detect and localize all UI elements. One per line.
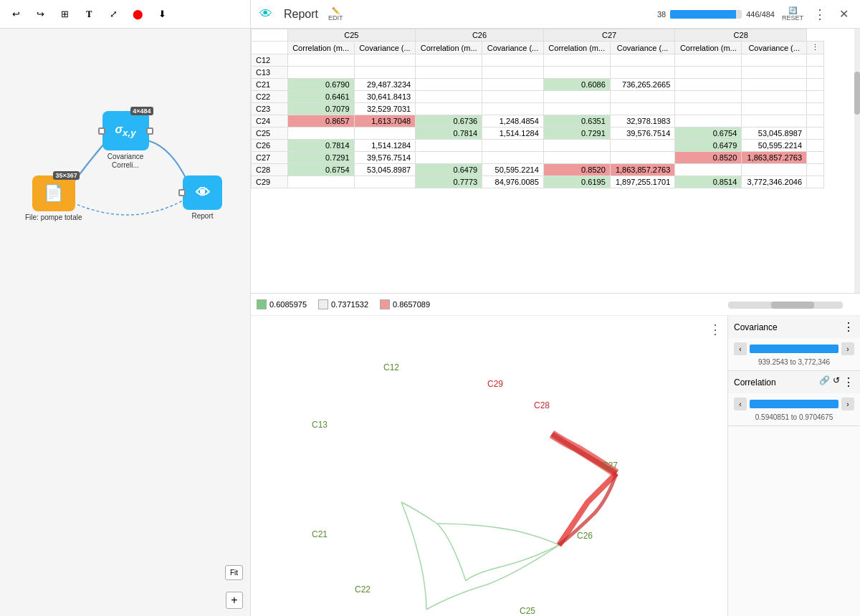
redo-button[interactable]: ↪ — [30, 4, 50, 24]
table-row: C270.729139,576.75140.85201,863,857.2763 — [252, 152, 824, 164]
correlation-link-icon[interactable]: 🔗 — [819, 375, 830, 389]
covariance-slider-left[interactable]: ‹ — [734, 342, 747, 355]
edit-label: EDIT — [328, 14, 343, 21]
cell-c29-6: 0.8514 — [675, 176, 742, 188]
report-node[interactable]: 👁 Report — [183, 175, 222, 221]
edit-pencil-icon: ✏️ — [332, 7, 340, 14]
scrollbar-thumb[interactable] — [854, 72, 860, 115]
cell-c29-0 — [287, 176, 354, 188]
correlation-more-button[interactable]: ⋮ — [843, 375, 854, 389]
file-node[interactable]: 📄 35×367 File: pompe totale — [25, 175, 82, 222]
undo-button[interactable]: ↩ — [6, 4, 26, 24]
correlation-slider[interactable]: ‹ › — [734, 398, 854, 410]
cell-c12-6 — [675, 54, 742, 67]
correlation-slider-left[interactable]: ‹ — [734, 398, 747, 410]
row-label-c28: C28 — [252, 164, 288, 176]
text-button[interactable]: 𝐓 — [79, 4, 99, 24]
cell-c23-3 — [482, 103, 544, 115]
graph-canvas: ⋮ C12 C13 C21 — [251, 316, 727, 616]
row-label-c12: C12 — [252, 54, 288, 67]
correlation-panel-body: ‹ › 0.5940851 to 0.9704675 — [728, 393, 860, 425]
cell-c26-5 — [610, 140, 675, 152]
cell-c28-5: 1,863,857.2763 — [610, 164, 675, 176]
report-port-left — [178, 189, 186, 196]
reset-button[interactable]: 🔄 RESET — [782, 6, 803, 21]
close-button[interactable]: ✕ — [836, 7, 851, 21]
cell-c23-7 — [742, 103, 807, 115]
row-label-c25: C25 — [252, 127, 288, 140]
edit-button[interactable]: ✏️ EDIT — [328, 7, 343, 21]
cell-c24-7 — [742, 115, 807, 127]
extra-cell — [807, 91, 824, 103]
cell-c24-1: 1,613.7048 — [354, 115, 416, 127]
row-label-c22: C22 — [252, 91, 288, 103]
col-header-c28: C28 — [675, 29, 807, 42]
row-label-c29: C29 — [252, 176, 288, 188]
cell-c12-4 — [543, 54, 610, 67]
cell-c12-3 — [482, 54, 544, 67]
covariance-panel-body: ‹ › 939.2543 to 3,772,346 — [728, 338, 860, 370]
correlation-slider-track[interactable] — [750, 400, 838, 408]
cell-c21-7 — [742, 79, 807, 91]
correlation-header-actions: 🔗 ↺ ⋮ — [819, 375, 854, 389]
progress-num: 38 — [657, 10, 666, 19]
progress-fill — [670, 10, 736, 19]
cell-c27-1: 39,576.7514 — [354, 152, 416, 164]
cell-c26-1: 1,514.1284 — [354, 140, 416, 152]
table-row: C290.777384,976.00850.61951,897,255.1701… — [252, 176, 824, 188]
cell-c27-0: 0.7291 — [287, 152, 354, 164]
cell-c28-1: 53,045.8987 — [354, 164, 416, 176]
covariance-slider-track[interactable] — [750, 345, 838, 353]
covariance-port-right — [146, 127, 153, 135]
cell-c29-5: 1,897,255.1701 — [610, 176, 675, 188]
scroll-area[interactable] — [441, 300, 843, 309]
h-scrollbar-thumb[interactable] — [771, 302, 814, 309]
cell-c25-1 — [354, 127, 416, 140]
table-row: C250.78141,514.12840.729139,576.75140.67… — [252, 127, 824, 140]
cell-c12-0 — [287, 54, 354, 67]
sub-col-c28-cov: Covariance (... — [742, 42, 807, 54]
grid-button[interactable]: ⊞ — [54, 4, 75, 24]
warning-button[interactable]: ⬤ — [128, 4, 148, 24]
extra-cell — [807, 54, 824, 67]
covariance-panel: Covariance ⋮ ‹ › 939.2543 to 3,772,346 — [728, 316, 860, 371]
h-scrollbar-track[interactable] — [728, 302, 843, 309]
cell-c12-5 — [610, 54, 675, 67]
sub-col-c26-corr: Correlation (m... — [416, 42, 482, 54]
cell-c21-2 — [416, 79, 482, 91]
sub-col-c26-cov: Covariance (... — [482, 42, 544, 54]
cell-c29-7: 3,772,346.2046 — [742, 176, 807, 188]
fit-button[interactable]: ⤢ — [103, 4, 123, 24]
left-panel: ↩ ↪ ⊞ 𝐓 ⤢ ⬤ ⬇ 📄 35×367 File: pompe total… — [0, 0, 251, 616]
graph-section: ⋮ C12 C13 C21 — [251, 316, 860, 616]
more-options-button[interactable]: ⋮ — [811, 6, 829, 22]
graph-label-c21: C21 — [312, 529, 328, 539]
cell-c25-5: 39,576.7514 — [610, 127, 675, 140]
add-node-button[interactable]: + — [226, 592, 243, 609]
col-header-c26: C26 — [416, 29, 544, 42]
fit-view-button[interactable]: Fit — [225, 565, 243, 580]
covariance-slider[interactable]: ‹ › — [734, 342, 854, 355]
cell-c21-6 — [675, 79, 742, 91]
cell-c24-4: 0.6351 — [543, 115, 610, 127]
correlation-refresh-icon[interactable]: ↺ — [833, 375, 840, 389]
cell-c24-2: 0.6736 — [416, 115, 482, 127]
correlation-panel: Correlation 🔗 ↺ ⋮ ‹ › — [728, 371, 860, 426]
col-header-c25: C25 — [287, 29, 416, 42]
download-button[interactable]: ⬇ — [152, 4, 172, 24]
row-label-c13: C13 — [252, 67, 288, 79]
scrollbar-track[interactable] — [854, 29, 860, 293]
canvas-area: 📄 35×367 File: pompe totale σx,y 4×484 C… — [0, 29, 250, 616]
extra-cell — [807, 67, 824, 79]
covariance-more-button[interactable]: ⋮ — [843, 320, 854, 334]
covariance-slider-right[interactable]: › — [841, 342, 854, 355]
cell-c21-4: 0.6086 — [543, 79, 610, 91]
cell-c13-0 — [287, 67, 354, 79]
covariance-node[interactable]: σx,y 4×484 Covariance Correli... — [97, 111, 154, 170]
table-section[interactable]: C25 C26 C27 C28 Correlation (m... Covari… — [251, 29, 860, 294]
cell-c26-6: 0.6479 — [675, 140, 742, 152]
correlation-slider-right[interactable]: › — [841, 398, 854, 410]
graph-label-c29: C29 — [487, 379, 503, 389]
cell-c21-5: 736,265.2665 — [610, 79, 675, 91]
report-header: 👁 Report ✏️ EDIT 38 446/484 🔄 RESET ⋮ ✕ — [251, 0, 860, 29]
